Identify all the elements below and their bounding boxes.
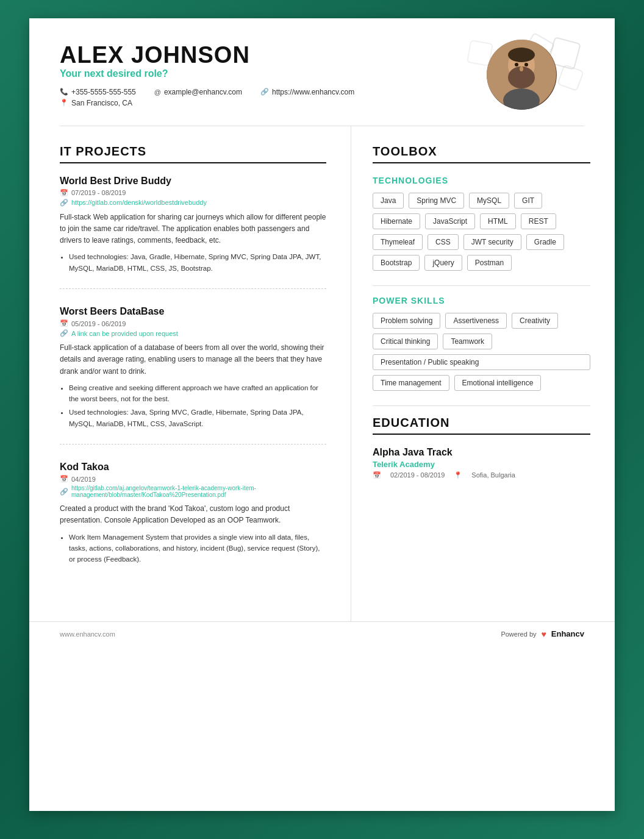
technologies-subtitle: TECHNOLOGIES	[373, 176, 590, 185]
project-2-bullet-1: Being creative and seeking different app…	[69, 382, 326, 405]
project-1-desc: Full-stack Web application for sharing c…	[60, 212, 326, 247]
project-item-2: Worst Beers DataBase 📅 05/2019 - 06/2019…	[60, 306, 326, 444]
phone-item: 📞 +355-5555-555-555	[60, 88, 136, 96]
heart-icon: ♥	[542, 629, 546, 639]
svg-point-7	[520, 66, 523, 71]
tag-spring-mvc: Spring MVC	[409, 193, 464, 209]
svg-point-5	[515, 63, 518, 66]
project-2-bullets: Being creative and seeking different app…	[60, 382, 326, 430]
header-left: ALEX JOHNSON Your next desired role? 📞 +…	[60, 43, 401, 107]
tag-thymeleaf: Thymeleaf	[373, 234, 423, 250]
power-skills-section: POWER SKILLS Problem solving Assertivene…	[373, 285, 590, 391]
edu-location-icon: 📍	[454, 471, 462, 479]
tag-gradle: Gradle	[526, 234, 564, 250]
location-icon: 📍	[60, 99, 68, 107]
link-icon-1: 🔗	[60, 199, 68, 207]
header-section: ALEX JOHNSON Your next desired role? 📞 +…	[29, 18, 615, 126]
projects-section-title: IT PROJECTS	[60, 145, 326, 163]
powered-by-text: Powered by	[501, 630, 536, 638]
tag-java: Java	[373, 193, 404, 209]
project-1-date: 📅 07/2019 - 08/2019	[60, 189, 326, 197]
toolbox-title: TOOLBOX	[373, 145, 590, 163]
project-2-bullet-2: Used technologies: Java, Spring MVC, Gra…	[69, 407, 326, 429]
divider-education	[373, 405, 590, 406]
svg-point-3	[508, 48, 535, 62]
location-item: 📍 San Francisco, CA	[60, 99, 132, 107]
calendar-icon-2: 📅	[60, 320, 68, 327]
power-skills-subtitle: POWER SKILLS	[373, 296, 590, 305]
calendar-icon-1: 📅	[60, 189, 68, 197]
tag-time-management: Time management	[373, 375, 449, 391]
technologies-tags: Java Spring MVC MySQL GIT Hibernate Java…	[373, 193, 590, 271]
tag-creativity: Creativity	[512, 313, 558, 329]
location-text: San Francisco, CA	[71, 99, 132, 107]
project-3-bullets: Work Item Management System that provide…	[60, 532, 326, 565]
tag-teamwork: Teamwork	[443, 334, 492, 349]
email-text: example@enhancv.com	[164, 88, 242, 96]
tag-hibernate: Hibernate	[373, 213, 420, 229]
project-2-link[interactable]: 🔗 A link can be provided upon request	[60, 329, 326, 337]
tag-jquery: jQuery	[424, 255, 462, 271]
website-item: 🔗 https://www.enhancv.com	[260, 88, 354, 96]
tag-critical-thinking: Critical thinking	[373, 334, 438, 349]
project-1-bullet-1: Used technologies: Java, Gradle, Hiberna…	[69, 251, 326, 274]
link-icon-3: 🔗	[60, 488, 68, 496]
education-title: EDUCATION	[373, 416, 590, 435]
tag-postman: Postman	[467, 255, 512, 271]
tag-mysql: MySQL	[469, 193, 509, 209]
right-column: TOOLBOX TECHNOLOGIES Java Spring MVC MyS…	[351, 126, 615, 621]
power-skills-tags: Problem solving Assertiveness Creativity…	[373, 313, 590, 391]
link-icon-2: 🔗	[60, 329, 68, 337]
project-2-title: Worst Beers DataBase	[60, 306, 326, 317]
tag-presentation: Presentation / Public speaking	[373, 354, 590, 370]
avatar-svg	[487, 40, 557, 110]
project-3-desc: Created a product with the brand 'Kod Ta…	[60, 503, 326, 526]
hex-deco-3	[557, 64, 584, 91]
footer-website: www.enhancv.com	[60, 630, 115, 638]
project-1-bullets: Used technologies: Java, Gradle, Hiberna…	[60, 251, 326, 274]
edu-meta: 📅 02/2019 - 08/2019 📍 Sofia, Bulgaria	[373, 471, 590, 479]
tag-rest: REST	[521, 213, 556, 229]
main-columns: IT PROJECTS World Best Drive Buddy 📅 07/…	[29, 126, 615, 621]
tag-css: CSS	[428, 234, 459, 250]
project-item-1: World Best Drive Buddy 📅 07/2019 - 08/20…	[60, 176, 326, 289]
brand-name: Enhancv	[551, 629, 584, 638]
project-3-link[interactable]: 🔗 https://gitlab.com/aj.angelov/teamwork…	[60, 485, 326, 498]
edu-degree: Alpha Java Track	[373, 447, 590, 458]
email-icon: @	[154, 88, 161, 96]
candidate-role: Your next desired role?	[60, 68, 401, 79]
profile-photo-area	[409, 37, 584, 124]
profile-photo	[487, 40, 557, 110]
edu-calendar-icon: 📅	[373, 471, 381, 479]
svg-point-6	[524, 63, 528, 66]
project-1-title: World Best Drive Buddy	[60, 176, 326, 187]
education-section: EDUCATION Alpha Java Track Telerik Acade…	[373, 405, 590, 479]
tag-bootstrap: Bootstrap	[373, 255, 420, 271]
footer-brand: Powered by ♥ Enhancv	[501, 629, 584, 639]
tag-emotional-intelligence: Emotional intelligence	[454, 375, 542, 391]
tag-assertiveness: Assertiveness	[445, 313, 507, 329]
project-3-date: 📅 04/2019	[60, 475, 326, 483]
website-text: https://www.enhancv.com	[272, 88, 354, 96]
edu-school: Telerik Academy	[373, 460, 590, 469]
project-item-3: Kod Takoa 📅 04/2019 🔗 https://gitlab.com…	[60, 462, 326, 580]
project-2-desc: Full-stack application of a database of …	[60, 342, 326, 377]
tag-javascript: JavaScript	[425, 213, 475, 229]
project-2-date: 📅 05/2019 - 06/2019	[60, 320, 326, 327]
divider-skills	[373, 285, 590, 286]
project-3-bullet-1: Work Item Management System that provide…	[69, 532, 326, 565]
resume-page: ALEX JOHNSON Your next desired role? 📞 +…	[29, 18, 615, 811]
footer: www.enhancv.com Powered by ♥ Enhancv	[29, 621, 615, 646]
edu-date: 02/2019 - 08/2019	[390, 471, 445, 479]
project-1-link[interactable]: 🔗 https://gitlab.com/denski/worldbestdri…	[60, 199, 326, 207]
candidate-name: ALEX JOHNSON	[60, 43, 401, 68]
left-column: IT PROJECTS World Best Drive Buddy 📅 07/…	[29, 126, 351, 621]
toolbox-section: TOOLBOX TECHNOLOGIES Java Spring MVC MyS…	[373, 145, 590, 271]
edu-location: Sofia, Bulgaria	[471, 471, 515, 479]
project-3-title: Kod Takoa	[60, 462, 326, 473]
tag-git: GIT	[514, 193, 542, 209]
email-item: @ example@enhancv.com	[154, 88, 242, 96]
calendar-icon-3: 📅	[60, 475, 68, 483]
contact-info: 📞 +355-5555-555-555 @ example@enhancv.co…	[60, 88, 401, 107]
link-icon: 🔗	[260, 88, 269, 96]
